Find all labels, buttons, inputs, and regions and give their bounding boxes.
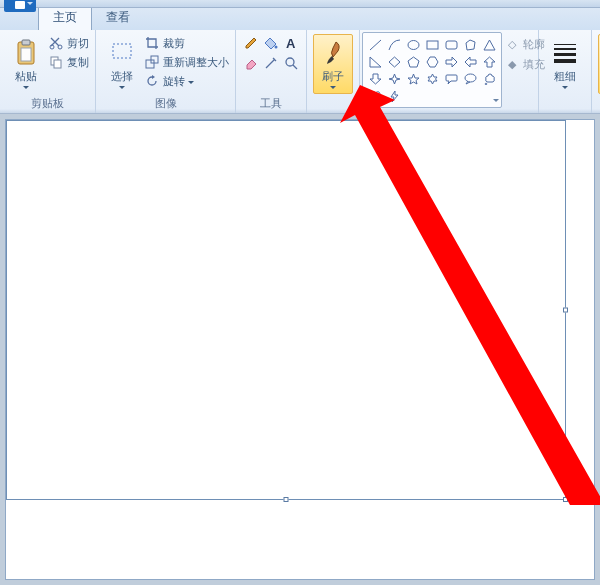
shape-arrow-up[interactable] — [481, 54, 497, 69]
crop-label: 裁剪 — [163, 36, 185, 51]
shape-5point-star[interactable] — [405, 71, 421, 86]
resize-handle-east[interactable] — [563, 308, 568, 313]
tab-home[interactable]: 主页 — [38, 5, 92, 30]
svg-point-16 — [465, 74, 476, 82]
shape-arrow-down[interactable] — [367, 71, 383, 86]
resize-label: 重新调整大小 — [163, 55, 229, 70]
shape-pentagon[interactable] — [405, 54, 421, 69]
dropdown-arrow-icon — [188, 81, 194, 84]
system-menu-button[interactable] — [4, 0, 36, 12]
group-size: 粗细 — [539, 30, 592, 113]
select-label: 选择 — [111, 69, 133, 84]
shape-4point-star[interactable] — [386, 71, 402, 86]
svg-point-4 — [58, 45, 62, 49]
shape-curve[interactable] — [386, 37, 402, 52]
svg-text:A: A — [286, 36, 296, 50]
shape-callout-oval[interactable] — [462, 71, 478, 86]
shape-callout-rounded[interactable] — [443, 71, 459, 86]
cut-label: 剪切 — [67, 36, 89, 51]
shape-6point-star[interactable] — [424, 71, 440, 86]
svg-point-10 — [275, 46, 278, 49]
outline-icon: ◇ — [504, 36, 520, 52]
paste-label: 粘贴 — [15, 69, 37, 84]
shape-lightning[interactable] — [386, 88, 402, 103]
copy-icon — [48, 54, 64, 70]
shape-rectangle[interactable] — [424, 37, 440, 52]
shape-triangle[interactable] — [481, 37, 497, 52]
dropdown-arrow-icon — [23, 86, 29, 89]
group-label-clipboard: 剪贴板 — [0, 95, 95, 113]
canvas-area — [0, 114, 600, 585]
picker-tool[interactable] — [262, 54, 280, 72]
dropdown-arrow-icon — [119, 86, 125, 89]
selection-icon — [110, 39, 134, 67]
text-tool[interactable]: A — [282, 34, 300, 52]
svg-point-12 — [286, 58, 294, 66]
scissors-icon — [48, 35, 64, 51]
size-label: 粗细 — [554, 69, 576, 84]
shape-oval[interactable] — [405, 37, 421, 52]
shape-arrow-right[interactable] — [443, 54, 459, 69]
group-image: 选择 裁剪 重新调整大小 旋转 图像 — [96, 30, 236, 113]
fill-label: 填充 — [523, 57, 545, 72]
group-brushes: 刷子 — [307, 30, 360, 113]
magnifier-tool[interactable] — [282, 54, 300, 72]
shapes-expand-handle[interactable] — [491, 97, 499, 105]
shape-diamond[interactable] — [386, 54, 402, 69]
shapes-side-options: ◇ 轮廓 ◆ 填充 — [504, 30, 538, 73]
tab-view[interactable]: 查看 — [92, 6, 144, 30]
shape-right-triangle[interactable] — [367, 54, 383, 69]
shape-callout-cloud[interactable] — [481, 71, 497, 86]
shape-fill-button[interactable]: ◆ 填充 — [504, 55, 545, 73]
size-button[interactable]: 粗细 — [545, 34, 585, 94]
brushes-label: 刷子 — [322, 69, 344, 84]
group-label-size — [539, 110, 591, 113]
resize-handle-south[interactable] — [284, 497, 289, 502]
svg-rect-2 — [21, 48, 31, 61]
outline-label: 轮廓 — [523, 37, 545, 52]
shape-rounded-rect[interactable] — [443, 37, 459, 52]
cut-button[interactable]: 剪切 — [48, 34, 89, 52]
shape-heart[interactable] — [367, 88, 383, 103]
stroke-size-icon — [553, 39, 577, 67]
shape-line[interactable] — [367, 37, 383, 52]
group-label-colors — [592, 110, 600, 113]
eraser-tool[interactable] — [242, 54, 260, 72]
group-tools: A 工具 — [236, 30, 307, 113]
group-label-image: 图像 — [96, 95, 235, 113]
rotate-button[interactable]: 旋转 — [144, 72, 229, 90]
svg-rect-8 — [146, 60, 154, 68]
svg-rect-6 — [54, 60, 61, 68]
svg-rect-7 — [113, 44, 131, 58]
group-label-tools: 工具 — [236, 95, 306, 113]
crop-button[interactable]: 裁剪 — [144, 34, 229, 52]
group-label-brushes — [307, 110, 359, 113]
clipboard-icon — [14, 39, 38, 67]
ribbon-tabs: 主页 查看 — [0, 8, 600, 30]
shape-outline-button[interactable]: ◇ 轮廓 — [504, 35, 545, 53]
group-clipboard: 粘贴 剪切 复制 剪贴板 — [0, 30, 96, 113]
dropdown-arrow-icon — [330, 86, 336, 89]
rotate-label: 旋转 — [163, 74, 185, 89]
brushes-button[interactable]: 刷子 — [313, 34, 353, 94]
ribbon: 粘贴 剪切 复制 剪贴板 选择 — [0, 30, 600, 114]
brush-icon — [321, 39, 345, 67]
svg-point-17 — [485, 83, 487, 85]
resize-button[interactable]: 重新调整大小 — [144, 53, 229, 71]
shapes-gallery[interactable] — [362, 32, 502, 108]
shape-hexagon[interactable] — [424, 54, 440, 69]
pencil-tool[interactable] — [242, 34, 260, 52]
paste-button[interactable]: 粘贴 — [6, 34, 46, 94]
group-colors: 颜色 1 颜色 2 — [592, 30, 600, 113]
fill-icon: ◆ — [504, 56, 520, 72]
canvas-page[interactable] — [6, 120, 566, 500]
resize-handle-southeast[interactable] — [563, 497, 568, 502]
shape-arrow-left[interactable] — [462, 54, 478, 69]
svg-point-13 — [408, 40, 419, 49]
shape-polygon[interactable] — [462, 37, 478, 52]
copy-button[interactable]: 复制 — [48, 53, 89, 71]
select-button[interactable]: 选择 — [102, 34, 142, 94]
fill-tool[interactable] — [262, 34, 280, 52]
svg-rect-15 — [446, 41, 457, 49]
canvas-viewport[interactable] — [6, 120, 594, 579]
